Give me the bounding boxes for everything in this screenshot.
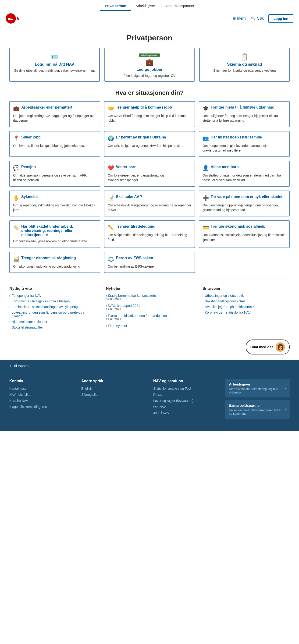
situation-card-3[interactable]: 📍 Søker jobb Om hvor du finner ledige jo…: [9, 131, 100, 157]
nyttig-link-4[interactable]: ›Hjemmekontor i utlandet: [9, 320, 96, 324]
footer-samarbeidspartner-card[interactable]: Samarbeidspartner Helsepersonell, tiltak…: [225, 400, 290, 419]
top-card-jobs[interactable]: arbeidsplassen 💼 Ledige jobber Finn ledi…: [104, 48, 195, 82]
nyttig-link-0[interactable]: ›Feriepenger fra NAV: [9, 294, 96, 298]
menu-button[interactable]: ☰ Meny: [232, 16, 246, 21]
situation-title-8: Alene med barn: [211, 165, 239, 169]
situation-icon-6: 💬: [13, 165, 20, 171]
situation-desc-11: Om pleiepenger, opplæringspenger, omsorg…: [202, 203, 286, 212]
situation-desc-5: Om pengestøtte til gjenlevende, barnepen…: [202, 143, 286, 153]
situation-icon-14: 💳: [202, 225, 209, 231]
tab-arbeidsgiver[interactable]: Arbeidsgiver: [131, 2, 160, 11]
list-item: Kontakt oss: [9, 386, 74, 391]
chevron-right-icon: ›: [284, 386, 286, 391]
tab-privatperson[interactable]: Privatperson: [100, 2, 131, 11]
chevron-right-icon: ›: [284, 407, 286, 412]
footer-sprak-link-1[interactable]: Sámegiella: [81, 393, 98, 396]
situation-icon-3: 📍: [13, 136, 20, 142]
situation-title-16: Berørt av EØS-saken: [116, 256, 153, 260]
footer-arbeidsgiver-title: Arbeidsgiver: [229, 382, 284, 386]
situation-desc-12: Om yrkesskade, yrkessykdom og økonomisk …: [13, 239, 96, 244]
snarvei-link-0[interactable]: ›Utbetalinger og skattetrekk: [202, 294, 290, 298]
footer-kontakt-link-0[interactable]: Kontakt oss: [9, 387, 26, 390]
situation-card-13[interactable]: ✏️ Trenger tilrettelegging Om hjelpemidl…: [104, 220, 195, 248]
nyttig-link-1[interactable]: ›Koronavirus - hva gjelder i min situasj…: [9, 299, 96, 303]
situation-card-10[interactable]: 📝 Skal søke AAP Om arbeidsavklaringspeng…: [104, 190, 195, 217]
footer-samfunn-link-2[interactable]: Lover og regler (lovdata.no): [153, 399, 194, 402]
chevron-right-icon: ›: [9, 320, 10, 324]
footer-kontakt-link-2[interactable]: Kurs fra NAV: [9, 399, 28, 402]
footer-samfunn-link-4[interactable]: Jobb i NAV: [153, 411, 169, 415]
situation-desc-6: Om alderspensjon, beregne og søke pensjo…: [13, 173, 96, 182]
tab-samarbeidspartner[interactable]: Samarbeidspartner: [160, 2, 199, 11]
list-item: ›Koronavirus - hva gjelder i min situasj…: [9, 299, 96, 303]
list-item: Om NAV: [153, 405, 218, 409]
nyttig-link-2[interactable]: ›Forsinkelser i saksbehandlingen av syke…: [9, 305, 96, 309]
chevron-right-icon: ›: [202, 294, 204, 298]
search-label: Søk: [257, 16, 264, 20]
situation-card-6[interactable]: 💬 Pensjon Om alderspensjon, beregne og s…: [9, 161, 100, 187]
chevron-right-icon: ›: [106, 294, 107, 298]
situation-card-7[interactable]: ❤️ Venter barn Om foreldrepenger, engang…: [104, 161, 195, 187]
situation-icon-15: 🧮: [13, 256, 20, 262]
nyttig-link-3[interactable]: ›Loveattest for deg som får pensjon og u…: [9, 310, 96, 318]
situation-card-0[interactable]: 💼 Arbeidssøker eller permittert Om jobb,…: [9, 101, 100, 127]
news-item-2: ›Færre arbeidssøkere enn før pandemien 2…: [106, 314, 193, 321]
situation-desc-1: Om NAVs tilbud for deg som trenger hjelp…: [108, 114, 191, 123]
list-item: ›Feriepenger fra NAV: [9, 294, 96, 298]
nyheter-column: Nyheter ›Stadig færre mottar kontantstøt…: [106, 286, 193, 331]
news-link-2[interactable]: ›Færre arbeidssøkere enn før pandemien: [106, 314, 193, 318]
chevron-right-icon: ›: [9, 311, 10, 314]
situation-title-2: Trenger hjelp til å fullføre utdanning: [211, 105, 274, 110]
footer-samfunn-link-1[interactable]: Presse: [153, 393, 164, 396]
situation-card-14[interactable]: 💳 Trenger økonomisk sosialhjelp Om økono…: [199, 220, 290, 248]
chevron-right-icon: ›: [202, 311, 204, 314]
chat-button[interactable]: Chat med oss 👩: [246, 340, 290, 354]
list-item: ›Hjemmekontor i utlandet: [9, 320, 96, 324]
news-item-1: ›NAVs årsrapport 2021 29.04.2022: [106, 304, 193, 311]
situation-card-9[interactable]: ✋ Sykmeldt Om sykepenger, sykmelding og …: [9, 190, 100, 217]
top-card-forms[interactable]: 📋 Skjema og søknad Skjemaer for å søke o…: [199, 48, 290, 82]
footer-sprak-link-0[interactable]: English: [81, 387, 92, 390]
situation-desc-16: Om behandling av EØS-sakene: [108, 264, 191, 269]
footer-cards-col: Arbeidsgiver Dine sykmeldte, rekrutterin…: [225, 379, 290, 422]
snarvei-link-1[interactable]: ›Saksbehandlingstider i NAV: [202, 299, 290, 303]
footer-samfunn-link-3[interactable]: Om NAV: [153, 405, 166, 409]
list-item: ›Loveattest for deg som får pensjon og u…: [9, 310, 96, 318]
search-button[interactable]: 🔍 Søk: [251, 16, 264, 21]
footer-kontakt-link-1[interactable]: NAV i ditt fylke: [9, 393, 30, 396]
login-button[interactable]: Logg inn: [268, 14, 294, 23]
list-item: ›Forsinkelser i saksbehandlingen av syke…: [9, 305, 96, 309]
list-item: Klage, tilbakemelding, ros: [9, 405, 74, 409]
situation-title-5: Har mistet noen i nær familie: [211, 135, 262, 140]
situation-card-16[interactable]: ⚖️ Berørt av EØS-saken Om behandling av …: [104, 252, 195, 273]
top-cards-container: 🪪 Logg inn på Ditt NAV Se dine utbetalin…: [9, 48, 290, 82]
situation-card-5[interactable]: 👥 Har mistet noen i nær familie Om penge…: [199, 131, 290, 157]
news-link-0[interactable]: ›Stadig færre mottar kontantstøtte: [106, 294, 193, 298]
situation-card-4[interactable]: 🌍 Er berørt av krigen i Ukraina Om tolk,…: [104, 131, 195, 157]
nyttig-link-5[interactable]: ›Støtte til strømutgifter: [9, 326, 96, 329]
situation-card-1[interactable]: 🤝 Trenger hjelp til å komme i jobb Om NA…: [104, 101, 195, 127]
situation-icon-11: ➕: [202, 195, 209, 201]
top-card-login[interactable]: 🪪 Logg inn på Ditt NAV Se dine utbetalin…: [9, 48, 100, 82]
news-date-1: 29.04.2022: [106, 308, 193, 311]
situation-card-12[interactable]: 🏷️ Har blitt skadet under arbeid, underv…: [9, 220, 100, 248]
footer-kontakt-link-3[interactable]: Klage, tilbakemelding, ros: [9, 405, 47, 409]
back-to-top-bar[interactable]: ↑ Til toppen: [0, 360, 299, 372]
situation-desc-9: Om sykepenger, sykmelding og hvordan kom…: [13, 203, 96, 212]
footer-samfunn-link-0[interactable]: Statistikk, analyse og FoU: [153, 387, 191, 390]
login-icon: 🪪: [14, 53, 96, 61]
situation-card-2[interactable]: 🎓 Trenger hjelp til å fullføre utdanning…: [199, 101, 290, 127]
situation-icon-12: 🏷️: [13, 225, 20, 231]
more-news-link[interactable]: › Flere nyheter: [106, 324, 193, 328]
situation-card-11[interactable]: ➕ Tar vare på noen som er syk eller skad…: [199, 190, 290, 217]
situation-card-8[interactable]: 👤 Alene med barn Om støtteordninger for …: [199, 161, 290, 187]
news-link-1[interactable]: ›NAVs årsrapport 2021: [106, 304, 193, 308]
list-item: ›Koronavirus – statistikk fra NAV: [202, 310, 290, 314]
nav-logo[interactable]: nav //: [6, 13, 23, 24]
snarvei-link-2[interactable]: ›Hva skal jeg føre på meldekortet?: [202, 305, 290, 309]
snarvei-link-3[interactable]: ›Koronavirus – statistikk fra NAV: [202, 310, 290, 314]
situation-title-4: Er berørt av krigen i Ukraina: [116, 135, 166, 140]
footer-arbeidsgiver-card[interactable]: Arbeidsgiver Dine sykmeldte, rekrutterin…: [225, 379, 290, 398]
site-footer: Kontakt Kontakt ossNAV i ditt fylkeKurs …: [0, 372, 299, 431]
situation-card-15[interactable]: 🧮 Trenger økonomisk rådgivning Om økonom…: [9, 252, 100, 273]
